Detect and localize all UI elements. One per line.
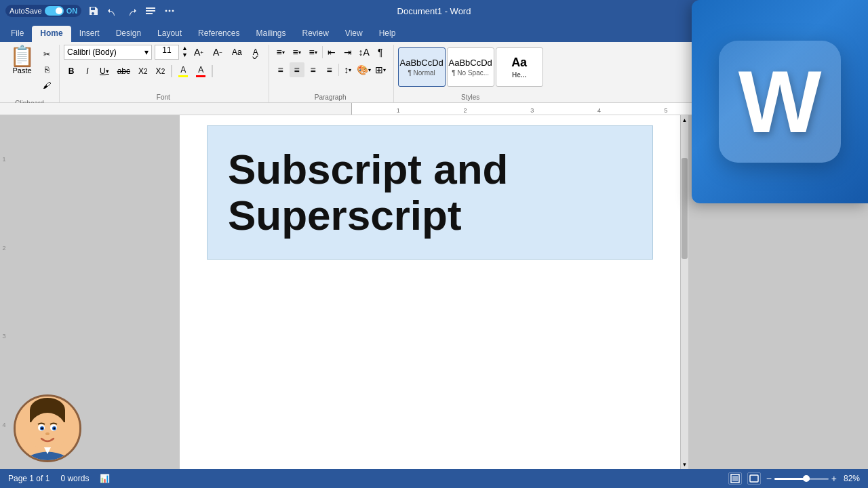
para-row-1: ≡▾ ≡▾ ≡▾ ⇤ ⇥ ↕A ¶ <box>273 45 388 60</box>
font-group: Calibri (Body) ▾ 11 ▲ ▼ A+ A− Aa A B I <box>61 45 269 102</box>
font-size-arrows: ▲ ▼ <box>182 45 188 59</box>
avatar-svg <box>16 396 79 460</box>
redo-icon[interactable] <box>125 4 138 18</box>
tab-layout[interactable]: Layout <box>149 26 190 42</box>
word-logo-overlay: W <box>692 0 868 203</box>
numbering-button[interactable]: ≡▾ <box>290 45 304 60</box>
word-count-icon[interactable]: 📊 <box>100 474 110 483</box>
avatar <box>14 394 81 462</box>
zoom-percent[interactable]: 82% <box>840 474 860 483</box>
para-row-2: ≡ ≡ ≡ ≡ ↕▾ 🎨▾ ⊞▾ <box>273 62 388 77</box>
italic-button[interactable]: I <box>80 64 95 79</box>
align-left-button[interactable]: ≡ <box>273 62 288 77</box>
zoom-in-btn[interactable]: + <box>831 473 837 484</box>
svg-point-4 <box>169 10 171 12</box>
shrink-font-button[interactable]: A− <box>210 45 226 60</box>
tab-help[interactable]: Help <box>371 26 404 42</box>
tab-references[interactable]: References <box>190 26 248 42</box>
font-name-value: Calibri (Body) <box>67 47 117 57</box>
font-size-decrease[interactable]: ▼ <box>182 52 188 59</box>
svg-rect-0 <box>146 7 155 9</box>
cut-button[interactable]: ✂ <box>40 47 54 61</box>
tab-review[interactable]: Review <box>294 26 336 42</box>
multilevel-button[interactable]: ≡▾ <box>306 45 321 60</box>
autosave-state: ON <box>66 7 78 15</box>
zoom-control[interactable]: − + 82% <box>766 473 860 484</box>
tab-file[interactable]: File <box>3 26 32 42</box>
statusbar-right: − + 82% <box>728 472 860 485</box>
sort-button[interactable]: ↕A <box>357 45 372 60</box>
zoom-out-btn[interactable]: − <box>766 473 772 484</box>
ruler-mark-4: 4 <box>597 107 601 114</box>
ruler-mark-3: 3 <box>530 107 534 114</box>
svg-rect-19 <box>732 476 738 481</box>
bullets-button[interactable]: ≡▾ <box>273 45 288 60</box>
separator2 <box>212 65 213 77</box>
page-info: Page 1 of 1 <box>8 474 50 483</box>
save-icon[interactable] <box>87 4 100 18</box>
ruler-mark-1: 1 <box>397 107 400 114</box>
tab-design[interactable]: Design <box>108 26 149 42</box>
justify-button[interactable]: ≡ <box>322 62 337 77</box>
strikethrough-button[interactable]: abc <box>114 64 134 79</box>
font-color-a: A <box>198 65 203 75</box>
zoom-thumb[interactable] <box>803 475 810 482</box>
scroll-up-arrow[interactable]: ▲ <box>681 115 689 125</box>
paste-button[interactable]: 📋 Paste <box>5 45 39 95</box>
line-spacing-button[interactable]: ↕▾ <box>340 62 355 77</box>
vertical-scrollbar[interactable]: ▲ ▼ <box>680 115 688 469</box>
decrease-indent-button[interactable]: ⇤ <box>324 45 339 60</box>
align-right-button[interactable]: ≡ <box>306 62 321 77</box>
superscript-button[interactable]: X2 <box>153 64 169 79</box>
scroll-thumb[interactable] <box>682 158 688 258</box>
style-no-space[interactable]: AaBbCcDd ¶ No Spac... <box>447 47 494 87</box>
paragraph-group: ≡▾ ≡▾ ≡▾ ⇤ ⇥ ↕A ¶ ≡ ≡ ≡ ≡ ↕▾ 🎨▾ ⊞▾ Parag… <box>271 45 394 102</box>
tab-home[interactable]: Home <box>32 26 71 42</box>
copy-button[interactable]: ⎘ <box>40 63 54 77</box>
svg-point-16 <box>54 428 56 430</box>
highlight-color-bar <box>178 75 188 77</box>
autosave-label: AutoSave <box>9 7 42 15</box>
more-icon[interactable] <box>163 4 176 18</box>
tab-mailings[interactable]: Mailings <box>248 26 294 42</box>
document-title[interactable]: Subscript and Superscript <box>228 146 632 239</box>
change-case-button[interactable]: Aa <box>229 45 245 60</box>
statusbar-left: Page 1 of 1 0 words 📊 <box>8 474 110 483</box>
bold-button[interactable]: B <box>64 64 79 79</box>
shading-button[interactable]: 🎨▾ <box>357 62 372 77</box>
grow-font-button[interactable]: A+ <box>191 45 207 60</box>
customize-icon[interactable] <box>144 4 157 18</box>
align-center-button[interactable]: ≡ <box>290 62 304 77</box>
autosave-toggle[interactable]: AutoSave ON <box>5 5 81 17</box>
subscript-button[interactable]: X2 <box>135 64 151 79</box>
style-heading[interactable]: Aa He... <box>496 47 543 87</box>
scroll-down-arrow[interactable]: ▼ <box>681 460 689 469</box>
web-layout-btn[interactable] <box>747 472 761 485</box>
clear-format-button[interactable]: A <box>248 45 263 60</box>
word-letter: W <box>738 58 822 146</box>
highlight-box[interactable]: Subscript and Superscript <box>207 125 653 260</box>
show-marks-button[interactable]: ¶ <box>373 45 388 60</box>
font-name-dropdown[interactable]: Calibri (Body) ▾ <box>64 45 152 60</box>
style-normal[interactable]: AaBbCcDd ¶ Normal <box>398 47 446 87</box>
zoom-track[interactable] <box>774 478 829 480</box>
undo-icon[interactable] <box>106 4 119 18</box>
paste-label: Paste <box>12 66 31 75</box>
svg-point-10 <box>28 413 66 451</box>
text-highlight-button[interactable]: A <box>175 64 191 79</box>
tab-insert[interactable]: Insert <box>71 26 108 42</box>
scroll-track[interactable] <box>681 125 688 460</box>
borders-button[interactable]: ⊞▾ <box>373 62 388 77</box>
page-area[interactable]: Subscript and Superscript <box>180 115 680 469</box>
font-size-input[interactable]: 11 <box>155 45 179 60</box>
format-painter-button[interactable]: 🖌 <box>40 79 54 92</box>
tab-view[interactable]: View <box>337 26 371 42</box>
clipboard-group: 📋 Paste ✂ ⎘ 🖌 Clipboard <box>3 45 60 102</box>
underline-button[interactable]: U ▾ <box>96 64 113 79</box>
styles-row: AaBbCcDd ¶ Normal AaBbCcDd ¶ No Spac... … <box>398 45 543 92</box>
font-size-value: 11 <box>162 45 171 55</box>
print-layout-btn[interactable] <box>728 472 742 485</box>
svg-point-3 <box>165 10 167 12</box>
increase-indent-button[interactable]: ⇥ <box>340 45 355 60</box>
font-color-button[interactable]: A <box>193 64 209 79</box>
